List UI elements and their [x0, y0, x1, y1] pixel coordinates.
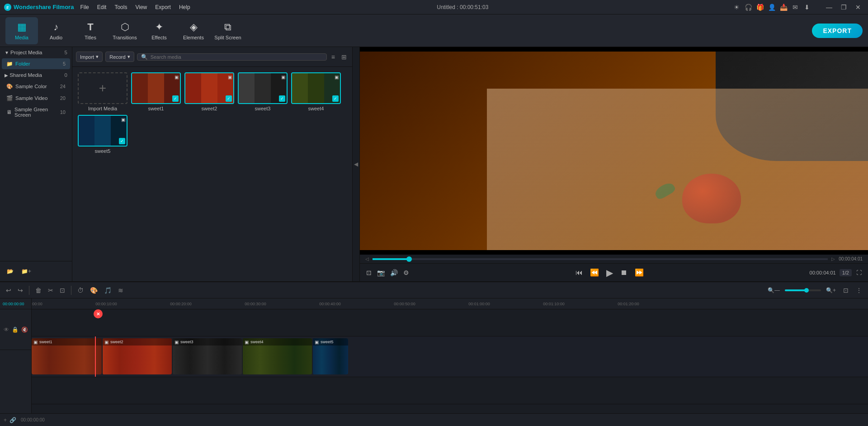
timeline-ruler[interactable]: 00:00:00:00 00:00:10:00 00:00:20:00 00:0…	[32, 298, 868, 309]
menu-export[interactable]: Export	[151, 3, 175, 11]
menu-help[interactable]: Help	[175, 3, 194, 11]
screenshot-button[interactable]: ⊡	[365, 268, 373, 277]
clip-label: sweet2	[110, 340, 123, 344]
list-item[interactable]: ▣ ✓ sweet2	[184, 72, 234, 111]
sidebar-item-sample-green-screen[interactable]: 🖥 Sample Green Screen 10	[2, 104, 70, 120]
timeline-clip-sweet4[interactable]: ▣ sweet4	[242, 338, 312, 374]
import-dropdown[interactable]: Import ▾	[76, 52, 103, 62]
play-button[interactable]: ▶	[605, 266, 614, 279]
audio-mix-button[interactable]: 🎵	[102, 285, 114, 295]
open-folder-button[interactable]: 📂	[4, 265, 16, 278]
person-icon[interactable]: 👤	[767, 2, 777, 12]
toolbar-media[interactable]: ▦ Media	[5, 17, 38, 44]
list-item[interactable]: ▣ ✓ sweet1	[131, 72, 181, 111]
fullscreen-button[interactable]: ⛶	[855, 269, 863, 277]
menu-edit[interactable]: Edit	[94, 3, 110, 11]
project-media-header[interactable]: ▼ Project Media 5	[0, 47, 72, 58]
track-lock-icon[interactable]: 🔒	[12, 327, 19, 333]
media-thumb-sweet4[interactable]: ▣ ✓	[291, 72, 341, 104]
toolbar-transitions[interactable]: ⬡ Transitions	[108, 17, 141, 44]
settings-button[interactable]: ⚙	[402, 268, 410, 277]
restore-button[interactable]: ❐	[837, 2, 850, 12]
list-item[interactable]: ▣ ✓ sweet5	[78, 115, 127, 154]
close-button[interactable]: ✕	[852, 2, 864, 12]
link-button[interactable]: 🔗	[9, 417, 16, 423]
menu-view[interactable]: View	[132, 3, 151, 11]
clip-video-icon: ▣	[175, 340, 179, 345]
media-thumb-sweet1[interactable]: ▣ ✓	[131, 72, 181, 104]
time-display: 00:00:04:01	[810, 270, 836, 275]
more-options-button[interactable]: ⋮	[854, 285, 864, 295]
gift-icon[interactable]: 🎁	[755, 2, 765, 12]
crop-button[interactable]: ⊡	[57, 285, 67, 295]
preview-progress-bar[interactable]	[373, 258, 828, 260]
clip-video-icon: ▣	[245, 340, 249, 345]
cut-button[interactable]: ✂	[46, 285, 56, 295]
preview-progress-thumb[interactable]	[406, 256, 412, 262]
redo-button[interactable]: ↪	[15, 285, 25, 295]
stop-button[interactable]: ⏹	[619, 268, 628, 278]
menu-tools[interactable]: Tools	[111, 3, 131, 11]
collapse-panel-button[interactable]: ◀	[353, 47, 360, 281]
search-input[interactable]	[151, 54, 323, 60]
import-area[interactable]: +	[78, 72, 127, 104]
timeline-clip-sweet5[interactable]: ▣ sweet5	[312, 338, 348, 374]
sample-color-count: 24	[60, 84, 66, 89]
grid-view-icon[interactable]: ⊞	[340, 52, 349, 62]
inbox-icon[interactable]: 📥	[778, 2, 788, 12]
message-icon[interactable]: ✉	[790, 2, 800, 12]
track-mute-icon[interactable]: 🔇	[21, 327, 28, 333]
sidebar-item-sample-video[interactable]: 🎬 Sample Video 20	[2, 93, 70, 104]
camera-button[interactable]: 📷	[376, 268, 386, 277]
shared-media-header[interactable]: ▶ Shared Media 0	[0, 70, 72, 80]
timeline-clip-sweet3[interactable]: ▣ sweet3	[172, 338, 242, 374]
color-button[interactable]: 🎨	[88, 285, 100, 295]
speed-button[interactable]: ⏱	[75, 285, 86, 295]
toolbar-effects[interactable]: ✦ Effects	[143, 17, 175, 44]
speed-display[interactable]: 1/2	[840, 269, 852, 276]
track-visibility-icon[interactable]: 👁	[4, 327, 9, 333]
download-icon[interactable]: ⬇	[802, 2, 812, 12]
frame-forward-button[interactable]: ⏩	[634, 267, 645, 278]
zoom-out-icon[interactable]: 🔍—	[765, 286, 782, 295]
add-track-button[interactable]: +	[4, 417, 7, 423]
brightness-icon[interactable]: ☀	[731, 2, 741, 12]
volume-button[interactable]: 🔊	[389, 268, 399, 277]
stabilize-button[interactable]: ≋	[116, 285, 126, 295]
media-thumb-sweet3[interactable]: ▣ ✓	[238, 72, 288, 104]
sidebar-item-sample-color[interactable]: 🎨 Sample Color 24	[2, 81, 70, 92]
zoom-thumb[interactable]	[804, 288, 809, 293]
toolbar-titles[interactable]: T Titles	[74, 17, 107, 44]
clip-label: sweet3	[180, 340, 193, 344]
record-dropdown[interactable]: Record ▾	[105, 52, 134, 62]
timeline-bottom-time: 00:00:00:00	[21, 417, 45, 422]
list-item[interactable]: ▣ ✓ sweet3	[238, 72, 288, 111]
timeline-area: ↩ ↪ 🗑 ✂ ⊡ ⏱ 🎨 🎵 ≋ 🔍— 🔍+ ⊡ ⋮ 00:00:00:00	[0, 281, 868, 426]
zoom-slider[interactable]	[785, 289, 821, 291]
delete-button[interactable]: 🗑	[33, 285, 44, 295]
menu-file[interactable]: File	[76, 3, 92, 11]
timeline-toolbar: ↩ ↪ 🗑 ✂ ⊡ ⏱ 🎨 🎵 ≋ 🔍— 🔍+ ⊡ ⋮	[0, 282, 868, 298]
export-button[interactable]: EXPORT	[812, 24, 863, 38]
toolbar-elements[interactable]: ◈ Elements	[177, 17, 210, 44]
timeline-clip-sweet1[interactable]: ▣ sweet1	[32, 338, 102, 374]
import-media-area[interactable]: + Import Media	[78, 72, 127, 111]
add-folder-button[interactable]: 📁+	[20, 265, 33, 278]
toolbar-audio[interactable]: ♪ Audio	[40, 17, 72, 44]
minimize-button[interactable]: —	[823, 2, 835, 12]
zoom-in-icon[interactable]: 🔍+	[824, 286, 838, 295]
frame-back-button[interactable]: ⏪	[589, 267, 600, 278]
fit-timeline-button[interactable]: ⊡	[841, 285, 851, 295]
undo-button[interactable]: ↩	[4, 285, 14, 295]
filter-icon[interactable]: ≡	[330, 52, 337, 62]
headset-icon[interactable]: 🎧	[743, 2, 753, 12]
timeline-clip-sweet2[interactable]: ▣ sweet2	[102, 338, 172, 374]
toolbar-transitions-label: Transitions	[113, 35, 137, 40]
list-item[interactable]: ▣ ✓ sweet4	[291, 72, 341, 111]
step-back-button[interactable]: ⏮	[575, 268, 584, 278]
sidebar-item-folder[interactable]: 📁 Folder 5	[2, 58, 70, 69]
toolbar-splitscreen[interactable]: ⧉ Split Screen	[212, 17, 244, 44]
playhead-marker[interactable]: ✕	[94, 309, 103, 318]
media-thumb-sweet2[interactable]: ▣ ✓	[184, 72, 234, 104]
media-thumb-sweet5[interactable]: ▣ ✓	[78, 115, 127, 147]
